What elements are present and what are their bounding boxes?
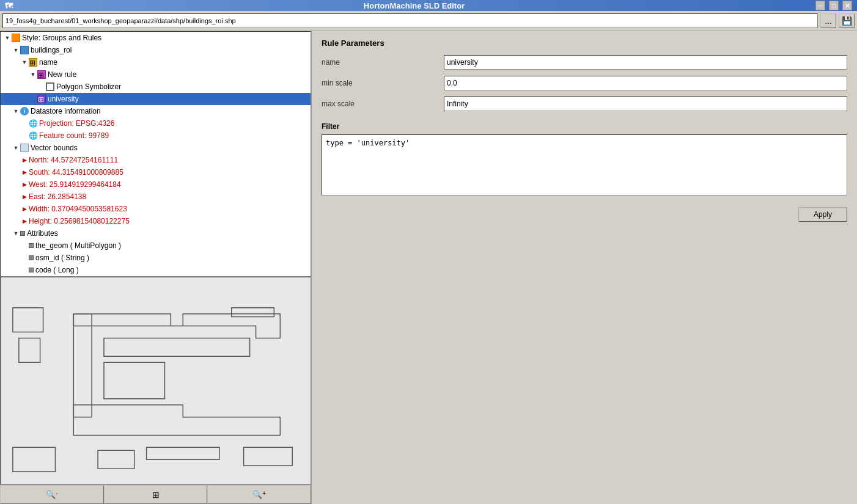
tree-item-east[interactable]: ▶ East: 26.2854138 [1, 191, 311, 203]
tree-item-width[interactable]: ▶ Width: 0.37049450053581623 [1, 203, 311, 215]
zoom-in-icon: 🔍+ [252, 490, 266, 499]
filter-label: Filter [322, 122, 847, 131]
arrow-east: ▶ [20, 192, 29, 201]
tree-item-west[interactable]: ▶ West: 25.914919299464184 [1, 178, 311, 191]
tree-item-featurecount[interactable]: 🌐 Feature count: 99789 [1, 130, 311, 142]
maximize-button[interactable]: □ [829, 1, 839, 10]
left-panel: ▼ Style: Groups and Rules ▼ buildings_ro… [0, 31, 312, 504]
tree-item-projection[interactable]: 🌐 Projection: EPSG:4326 [1, 117, 311, 130]
projection-label: Projection: EPSG:4326 [39, 119, 114, 128]
datastore-label: Datastore information [31, 107, 101, 115]
tree-panel[interactable]: ▼ Style: Groups and Rules ▼ buildings_ro… [0, 31, 311, 277]
window-controls: ─ □ ✕ [815, 1, 852, 10]
featurecount-label: Feature count: 99789 [39, 131, 109, 140]
filter-section: Filter type = 'university' [322, 122, 847, 197]
geom-label: the_geom ( MultiPolygon ) [35, 241, 121, 250]
toggle-attributes[interactable]: ▼ [12, 229, 20, 238]
toggle-code-spacer [20, 266, 29, 274]
feature-icon: 🌐 [29, 131, 37, 140]
east-label: East: 26.2854138 [29, 192, 86, 201]
tree-item-north[interactable]: ▶ North: 44.57247254161111 [1, 154, 311, 166]
tree-item-newrule[interactable]: ▼ ⊞ New rule [1, 68, 311, 81]
close-button[interactable]: ✕ [842, 1, 852, 10]
max-scale-field[interactable] [444, 97, 847, 111]
toggle-layer[interactable]: ▼ [12, 46, 20, 54]
toggle-style[interactable]: ▼ [3, 34, 12, 42]
globe-icon: 🌐 [29, 119, 37, 128]
style-label: Style: Groups and Rules [22, 34, 101, 42]
arrow-west: ▶ [20, 180, 29, 189]
layer-icon [20, 46, 29, 54]
arrow-height: ▶ [20, 217, 29, 225]
tree-item-south[interactable]: ▶ South: 44.315491000809885 [1, 166, 311, 178]
toggle-newrule[interactable]: ▼ [29, 70, 37, 79]
apply-row: Apply [322, 207, 847, 222]
panel-title: Rule Parameters [322, 38, 847, 48]
tree-item-name[interactable]: ▼ ⊞ name [1, 56, 311, 68]
tree-item-layer[interactable]: ▼ buildings_roi [1, 44, 311, 56]
window-title: HortonMachine SLD Editor [364, 1, 465, 10]
north-label: North: 44.57247254161111 [29, 156, 118, 164]
file-path-input[interactable] [2, 13, 818, 28]
toggle-geom-spacer [20, 241, 29, 250]
width-label: Width: 0.37049450053581623 [29, 205, 127, 213]
tree-item-code[interactable]: code ( Long ) [1, 264, 311, 276]
tree-item-style[interactable]: ▼ Style: Groups and Rules [1, 32, 311, 44]
arrow-north: ▶ [20, 156, 29, 164]
tree-item-osm-id[interactable]: osm_id ( String ) [1, 252, 311, 264]
osmid-icon [29, 255, 34, 260]
title-bar: 🗺 HortonMachine SLD Editor ─ □ ✕ [0, 0, 857, 11]
arrow-width: ▶ [20, 205, 29, 213]
university-icon: ⊞ [37, 95, 46, 103]
name-icon: ⊞ [29, 58, 37, 67]
apply-button[interactable]: Apply [798, 207, 847, 222]
browse-button[interactable]: ... [820, 13, 836, 28]
name-row: name [322, 55, 847, 70]
tree-item-polygon[interactable]: Polygon Symbolizer [1, 81, 311, 93]
zoom-out-button[interactable]: 🔍- [0, 485, 104, 504]
south-label: South: 44.315491000809885 [29, 168, 123, 177]
toggle-datastore[interactable]: ▼ [12, 107, 20, 115]
bottom-toolbar: 🔍- ⊞ 🔍+ [0, 484, 311, 504]
main-split: ▼ Style: Groups and Rules ▼ buildings_ro… [0, 31, 857, 504]
toggle-feat-spacer [20, 131, 29, 140]
tree-item-the-geom[interactable]: the_geom ( MultiPolygon ) [1, 239, 311, 252]
toggle-vectorbounds[interactable]: ▼ [12, 144, 20, 152]
toggle-polygon-spacer [37, 82, 46, 91]
zoom-fit-icon: ⊞ [152, 490, 160, 500]
code-icon [29, 268, 34, 272]
name-field-label: name [322, 58, 444, 67]
west-label: West: 25.914919299464184 [29, 180, 121, 189]
tree-item-attributes[interactable]: ▼ Attributes [1, 227, 311, 239]
arrow-south: ▶ [20, 168, 29, 177]
height-label: Height: 0.25698154080122275 [29, 217, 130, 225]
polygon-icon [46, 82, 54, 91]
minimize-button[interactable]: ─ [815, 1, 825, 10]
filter-textarea[interactable]: type = 'university' [322, 134, 847, 195]
window-title-icon: 🗺 [5, 1, 13, 10]
name-field[interactable] [444, 55, 847, 70]
tree-item-datastore[interactable]: ▼ i Datastore information [1, 105, 311, 117]
zoom-fit-button[interactable]: ⊞ [104, 485, 208, 504]
osmid-label: osm_id ( String ) [35, 254, 89, 262]
svg-rect-0 [1, 277, 311, 484]
tree-item-university[interactable]: ⊞ university [1, 93, 311, 105]
toggle-name[interactable]: ▼ [20, 58, 29, 67]
newrule-label: New rule [48, 70, 76, 79]
vectorbounds-icon [20, 144, 29, 152]
min-scale-row: min scale [322, 76, 847, 90]
toggle-proj-spacer [20, 119, 29, 128]
university-label: university [48, 95, 79, 103]
geom-icon [29, 243, 34, 248]
min-scale-field[interactable] [444, 76, 847, 90]
save-button[interactable]: 💾 [839, 13, 855, 28]
tree-item-height[interactable]: ▶ Height: 0.25698154080122275 [1, 215, 311, 227]
min-scale-label: min scale [322, 79, 444, 87]
tree-item-vectorbounds[interactable]: ▼ Vector bounds [1, 142, 311, 154]
zoom-in-button[interactable]: 🔍+ [207, 485, 311, 504]
vectorbounds-label: Vector bounds [31, 144, 78, 152]
toggle-university-spacer [29, 95, 37, 103]
max-scale-row: max scale [322, 97, 847, 111]
attributes-label: Attributes [27, 229, 58, 238]
zoom-out-icon: 🔍- [46, 490, 57, 499]
